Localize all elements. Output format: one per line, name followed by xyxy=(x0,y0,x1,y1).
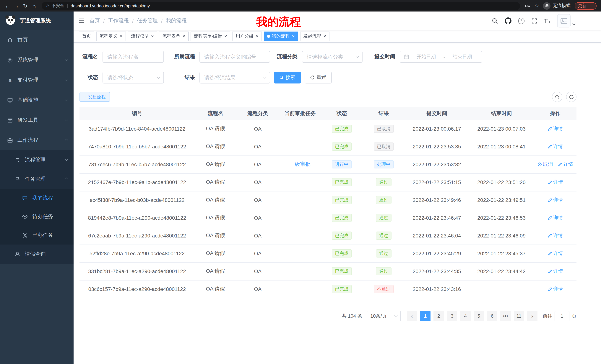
sidebar-item-system[interactable]: 系统管理 xyxy=(0,50,74,70)
user-avatar-menu[interactable] xyxy=(557,14,575,28)
fullscreen-icon[interactable] xyxy=(531,18,537,24)
page-number-button[interactable]: 11 xyxy=(514,311,524,321)
tab-close-icon[interactable]: × xyxy=(256,34,259,38)
browser-home-icon[interactable]: ⌂ xyxy=(30,3,39,9)
table-header: 编号 流程名 流程分类 当前审批任务 状态 结果 提交时间 结束时间 操作 xyxy=(80,107,576,120)
cell-current-task: 一级审批 xyxy=(279,155,321,173)
hamburger-icon[interactable] xyxy=(74,18,90,24)
page-number-button[interactable]: ••• xyxy=(500,311,511,321)
detail-label: 详情 xyxy=(553,286,563,292)
reset-button[interactable]: 重置 xyxy=(305,72,332,84)
update-button[interactable]: 更新 ⋮ xyxy=(575,2,597,10)
tab-close-icon[interactable]: × xyxy=(292,34,295,38)
view-tab[interactable]: 流程定义 × xyxy=(96,31,126,41)
result-select[interactable] xyxy=(200,72,270,84)
help-icon[interactable]: ? xyxy=(518,18,524,24)
tags-view: 首页 × 流程定义 × 流程模型 × xyxy=(74,30,601,43)
view-tab[interactable]: 流程模型 × xyxy=(128,31,157,41)
end-date-placeholder[interactable]: 结束日期 xyxy=(446,53,478,60)
sidebar-item-process-mgmt[interactable]: 流程管理 xyxy=(0,150,74,170)
sidebar-item-my-process[interactable]: 我的流程 xyxy=(0,189,74,207)
page-number-button[interactable]: 4 xyxy=(460,311,471,321)
cell-end-time: 2022-01-22 23:46:09 xyxy=(469,227,534,245)
page-size-select[interactable]: 10条/页 xyxy=(367,311,401,321)
detail-link[interactable]: 详情 xyxy=(548,232,563,239)
view-tab[interactable]: 流程表单-编辑 × xyxy=(190,31,230,41)
home-icon xyxy=(7,37,13,43)
prev-page-button[interactable]: ‹ xyxy=(407,311,417,321)
date-range-picker[interactable]: 开始日期 - 结束日期 xyxy=(400,51,482,63)
tab-close-icon[interactable]: × xyxy=(224,34,227,38)
page-number-button[interactable]: 2 xyxy=(433,311,444,321)
status-tag: 已完成 xyxy=(332,125,352,133)
goto-page-input[interactable] xyxy=(555,311,570,321)
tab-close-icon[interactable]: × xyxy=(323,34,326,38)
font-size-icon[interactable]: T T xyxy=(544,18,551,24)
start-date-placeholder[interactable]: 开始日期 xyxy=(411,53,442,60)
key-icon[interactable] xyxy=(525,3,531,9)
tab-label: 发起流程 xyxy=(303,33,321,39)
refresh-button[interactable] xyxy=(566,92,576,102)
browser-menu-icon[interactable]: ⋮ xyxy=(589,3,593,8)
page-number-button[interactable]: 5 xyxy=(474,311,484,321)
sidebar-item-leave-query[interactable]: 请假查询 xyxy=(0,245,74,264)
view-tab[interactable]: 发起流程 × xyxy=(300,31,330,41)
next-page-button[interactable]: › xyxy=(527,311,538,321)
filter-process-name: 流程名 xyxy=(80,51,164,63)
toggle-search-button[interactable] xyxy=(552,92,562,102)
process-definition-input[interactable] xyxy=(200,51,270,63)
detail-link[interactable]: 详情 xyxy=(548,250,563,257)
address-bar[interactable]: ⚠ 不安全 dashboard.yudao.iocoder.cn/bpm/tas… xyxy=(42,2,520,10)
tab-close-icon[interactable]: × xyxy=(120,34,122,38)
detail-link[interactable]: 详情 xyxy=(548,179,563,185)
detail-link[interactable]: 详情 xyxy=(548,286,563,292)
tab-close-icon[interactable]: × xyxy=(151,34,154,38)
create-process-button[interactable]: + 发起流程 xyxy=(80,92,110,102)
process-name-input[interactable] xyxy=(102,51,164,63)
breadcrumb-item[interactable]: 工作流程 xyxy=(108,18,129,24)
search-button[interactable]: 搜索 xyxy=(274,72,301,84)
browser-reload-icon[interactable]: ↻ xyxy=(21,3,30,9)
browser-forward-icon[interactable]: → xyxy=(12,3,21,9)
browser-back-icon[interactable]: ← xyxy=(3,3,12,9)
detail-link[interactable]: 详情 xyxy=(548,214,563,221)
status-tag: 进行中 xyxy=(332,160,352,168)
bookmark-star-icon[interactable]: ☆ xyxy=(535,3,539,9)
sidebar-item-label: 系统管理 xyxy=(18,57,65,63)
page-number-button[interactable]: 3 xyxy=(447,311,457,321)
cancel-link[interactable]: 取消 xyxy=(538,161,553,168)
detail-label: 详情 xyxy=(553,197,563,203)
sidebar-item-infra[interactable]: 基础设施 xyxy=(0,90,74,110)
task-link[interactable]: 一级审批 xyxy=(290,161,311,167)
view-tab[interactable]: 首页 × xyxy=(79,31,94,41)
breadcrumb-item[interactable]: 任务管理 xyxy=(137,18,158,24)
incognito-badge[interactable]: 无痕模式 xyxy=(543,2,571,10)
navbar-right-icons: ? T T xyxy=(492,14,601,28)
app-logo[interactable]: 芋道管理系统 xyxy=(0,11,74,30)
search-icon[interactable] xyxy=(492,18,498,24)
sidebar-item-task-mgmt[interactable]: 任务管理 xyxy=(0,170,74,189)
sidebar-item-workflow[interactable]: 工作流程 xyxy=(0,130,74,150)
sidebar-item-home[interactable]: 首页 xyxy=(0,30,74,50)
sidebar-item-payment[interactable]: ¥ 支付管理 xyxy=(0,70,74,90)
page-number-button[interactable]: 1 xyxy=(420,311,431,321)
github-icon[interactable] xyxy=(505,18,511,24)
breadcrumb-item[interactable]: 首页 xyxy=(90,18,100,24)
cell-id: 3ad174fb-7b9d-11ec-8404-acde48001122 xyxy=(80,120,195,138)
detail-link[interactable]: 详情 xyxy=(548,143,563,150)
category-select[interactable] xyxy=(302,51,362,63)
detail-link[interactable]: 详情 xyxy=(548,125,563,132)
view-tab[interactable]: 用户分组 × xyxy=(232,31,262,41)
detail-link[interactable]: 详情 xyxy=(548,197,563,203)
sidebar-item-done-tasks[interactable]: 已办任务 xyxy=(0,226,74,245)
detail-link[interactable]: 详情 xyxy=(548,268,563,275)
sidebar-item-todo-tasks[interactable]: 待办任务 xyxy=(0,207,74,226)
page-number-button[interactable]: 6 xyxy=(487,311,497,321)
view-tab[interactable]: 我的流程 × xyxy=(264,31,298,41)
status-select[interactable] xyxy=(102,72,164,84)
tab-close-icon[interactable]: × xyxy=(182,34,185,38)
sidebar-item-devtools[interactable]: 研发工具 xyxy=(0,110,74,130)
table-row: 03c6c157-7b9a-11ec-a290-acde48001122 OA … xyxy=(80,280,576,298)
view-tab[interactable]: 流程表单 × xyxy=(159,31,189,41)
detail-link[interactable]: 详情 xyxy=(558,161,573,168)
